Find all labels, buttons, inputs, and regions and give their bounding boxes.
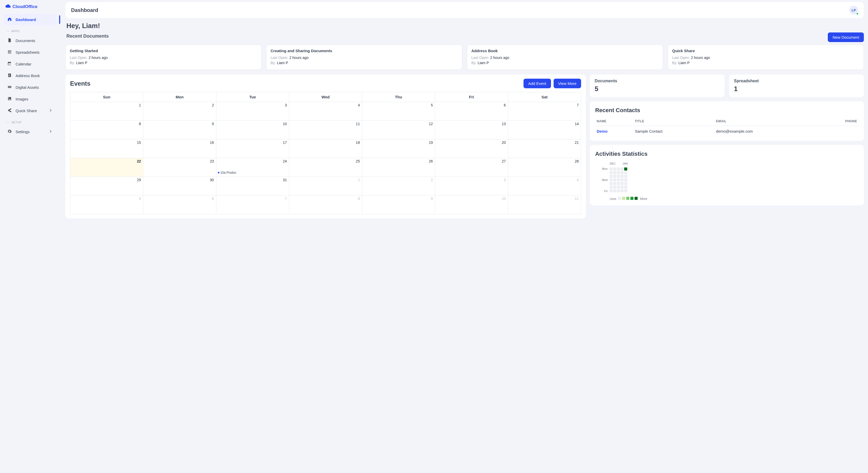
calendar-cell[interactable]: 18 [289,140,362,158]
calendar-cell[interactable]: 23 [143,158,216,177]
calendar-cell[interactable]: 11 [289,121,362,140]
calendar-cell[interactable]: 15 [70,140,143,158]
recent-contacts-heading: Recent Contacts [595,107,859,114]
calendar-cell[interactable]: 3 [216,102,289,121]
calendar-day-header: Tue [216,92,289,102]
activity-cell [617,186,620,189]
activity-cell [617,168,620,171]
sidebar-item-address-book[interactable]: Address Book [4,70,57,82]
brand-logo[interactable]: CloudOffice [4,2,57,14]
calendar-cell[interactable]: 6 [143,196,216,214]
activity-cell [610,182,613,185]
sidebar-item-calendar[interactable]: Calendar [4,58,57,70]
activity-cell [621,175,624,178]
calendar-cell[interactable]: 9 [143,121,216,140]
legend-swatch [622,197,625,200]
spreadsheet-icon [7,50,12,55]
calendar-cell[interactable]: 12 [362,121,435,140]
calendar-event[interactable]: 10a Produc [218,171,287,174]
calendar-cell[interactable]: 30 [143,177,216,196]
calendar-cell[interactable]: 21 [508,140,581,158]
legend-less-label: Less [610,197,616,201]
calendar-day-header: Sun [70,92,143,102]
new-document-button[interactable]: New Document [828,32,864,42]
calendar-cell[interactable]: 8 [70,121,143,140]
layers-icon [7,85,12,90]
calendar-cell[interactable]: 8 [289,196,362,214]
contact-name[interactable]: Demo [595,126,633,137]
calendar-cell[interactable]: 2410a Produc [216,158,289,177]
calendar-cell[interactable]: 9 [362,196,435,214]
calendar-cell[interactable]: 26 [362,158,435,177]
view-more-events-button[interactable]: View More [554,79,581,88]
add-event-button[interactable]: Add Event [524,79,551,88]
sidebar-item-images[interactable]: Images [4,93,57,105]
event-dot-icon [218,172,219,173]
document-last-open: Last Open: 2 hours ago [471,56,659,60]
calendar-cell[interactable]: 16 [143,140,216,158]
activity-cell [610,168,613,171]
sidebar-section-setup: SETUP [4,117,57,126]
sidebar-item-documents[interactable]: Documents [4,35,57,47]
calendar-cell[interactable]: 2 [143,102,216,121]
calendar-grid: SunMonTueWedThuFriSat 123456789101112131… [70,92,581,214]
stat-card[interactable]: Spreadsheet1 [729,75,864,97]
calendar-cell[interactable]: 7 [216,196,289,214]
calendar-cell[interactable]: 13 [435,121,508,140]
activity-cell [621,171,624,174]
calendar-cell[interactable]: 19 [362,140,435,158]
activity-cell [613,171,616,174]
calendar-cell[interactable]: 10 [216,121,289,140]
sidebar-item-quick-share[interactable]: Quick Share [4,105,57,117]
calendar-cell[interactable]: 7 [508,102,581,121]
calendar-cell[interactable]: 2 [362,177,435,196]
calendar-cell[interactable]: 17 [216,140,289,158]
sidebar-item-digital-assets[interactable]: Digital Assets [4,82,57,93]
activity-cell [621,182,624,185]
calendar-cell[interactable]: 4 [289,102,362,121]
document-card[interactable]: Getting StartedLast Open: 2 hours agoBy:… [65,45,261,70]
activities-month-labels: DECJAN [610,162,628,165]
document-card[interactable]: Address BookLast Open: 2 hours agoBy: Li… [467,45,663,70]
calendar-cell[interactable]: 25 [289,158,362,177]
calendar-cell[interactable]: 29 [70,177,143,196]
recent-contacts-card: Recent Contacts NAMETITLEEMAILPHONE Demo… [590,101,864,141]
document-card[interactable]: Creating and Sharing DocumentsLast Open:… [266,45,462,70]
user-avatar[interactable]: LP [849,6,858,14]
calendar-cell[interactable]: 1 [289,177,362,196]
events-card: Events Add Event View More SunMonTueWedT… [65,75,586,218]
calendar-cell[interactable]: 1 [70,102,143,121]
document-card[interactable]: Quick ShareLast Open: 2 hours agoBy: Lia… [668,45,864,70]
calendar-cell[interactable]: 5 [362,102,435,121]
sidebar-item-settings[interactable]: Settings [4,126,57,138]
calendar-cell[interactable]: 28 [508,158,581,177]
calendar-cell[interactable]: 5 [70,196,143,214]
stat-card[interactable]: Documents5 [590,75,724,97]
calendar-cell[interactable]: 11 [508,196,581,214]
main-content: Dashboard LP Hey, Liam! Recent Documents… [60,0,868,473]
calendar-cell[interactable]: 6 [435,102,508,121]
page-title: Dashboard [71,7,98,13]
calendar-cell[interactable]: 22 [70,158,143,177]
activity-cell [621,168,624,171]
document-last-open: Last Open: 2 hours ago [271,56,458,60]
active-indicator [59,15,60,24]
calendar-cell[interactable]: 20 [435,140,508,158]
calendar-cell[interactable]: 4 [508,177,581,196]
calendar-cell[interactable]: 3 [435,177,508,196]
chevron-right-icon [48,108,53,114]
greeting-heading: Hey, Liam! [66,22,864,30]
calendar-cell[interactable]: 14 [508,121,581,140]
activity-cell [617,178,620,181]
calendar-cell[interactable]: 31 [216,177,289,196]
sidebar-item-dashboard[interactable]: Dashboard [4,14,57,25]
sidebar-item-label: Quick Share [16,109,37,113]
contact-row[interactable]: DemoSample Contactdemo@example.com [595,126,859,137]
sidebar-item-spreadsheets[interactable]: Spreadsheets [4,47,57,58]
calendar-cell[interactable]: 10 [435,196,508,214]
contacts-column-header: NAME [595,117,633,126]
calendar-cell[interactable]: 27 [435,158,508,177]
document-author: By: Liam P [471,61,659,65]
document-author: By: Liam P [271,61,458,65]
sidebar-item-label: Calendar [16,62,31,66]
